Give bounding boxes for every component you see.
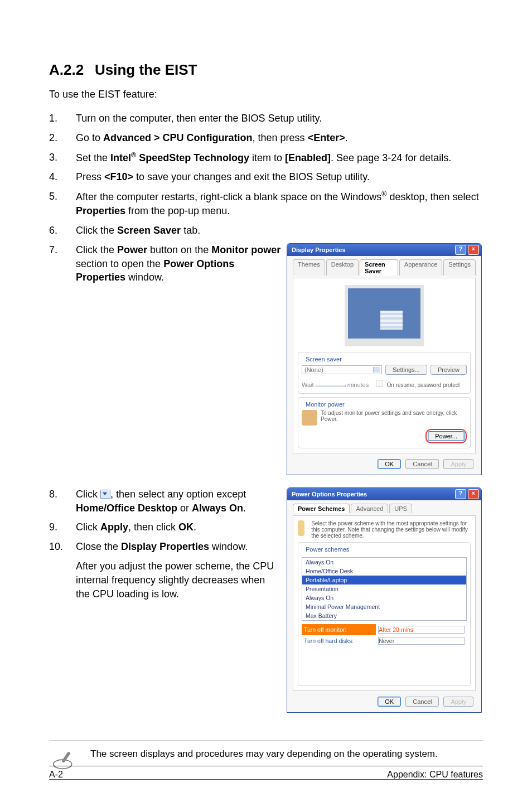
tab-ups[interactable]: UPS bbox=[389, 504, 412, 513]
close-button[interactable]: × bbox=[468, 489, 479, 499]
preview-button[interactable]: Preview bbox=[431, 365, 467, 375]
list-item[interactable]: Home/Office Desk bbox=[302, 567, 466, 576]
tab-settings[interactable]: Settings bbox=[443, 259, 476, 276]
tab-themes[interactable]: Themes bbox=[293, 259, 325, 276]
list-item[interactable]: Portable/Laptop bbox=[302, 576, 466, 584]
display-properties-dialog: Display Properties ? × Themes Desktop Sc… bbox=[287, 243, 482, 475]
group-monitor-power: Monitor power bbox=[304, 401, 346, 408]
step-1: 1. Turn on the computer, then enter the … bbox=[49, 112, 483, 125]
power-icon bbox=[302, 410, 317, 426]
row-monitor-label: Turn off monitor: bbox=[302, 624, 376, 635]
row-hd-label: Turn off hard disks: bbox=[302, 635, 376, 646]
intro-text: To use the EIST feature: bbox=[49, 89, 483, 100]
section-number: A.2.2 bbox=[49, 61, 95, 79]
section-title: Using the EIST bbox=[95, 61, 197, 78]
tab-screen-saver[interactable]: Screen Saver bbox=[360, 259, 398, 276]
list-item[interactable]: Max Battery bbox=[302, 611, 466, 620]
list-item[interactable]: Minimal Power Management bbox=[302, 602, 466, 611]
scheme-dropdown[interactable]: Always On Home/Office Desk Portable/Lapt… bbox=[302, 557, 467, 621]
step-3: 3. Set the Intel® SpeedStep Technology i… bbox=[49, 151, 483, 165]
list-item[interactable]: Always On bbox=[302, 593, 466, 602]
resume-checkbox[interactable] bbox=[376, 380, 383, 387]
cancel-button[interactable]: Cancel bbox=[405, 459, 439, 469]
page-footer: A-2 Appendix: CPU features bbox=[49, 766, 483, 780]
scheme-desc: Select the power scheme with the most ap… bbox=[311, 520, 471, 539]
group-power-schemes: Power schemes bbox=[304, 546, 351, 553]
list-item[interactable]: Presentation bbox=[302, 584, 466, 593]
apply-button[interactable]: Apply bbox=[443, 459, 473, 469]
group-screen-saver: Screen saver bbox=[304, 356, 344, 363]
wait-label: Wait bbox=[302, 381, 314, 388]
step-10: 10. Close the Display Properties window. bbox=[49, 540, 281, 554]
dialog-title: Power Options Properties bbox=[292, 491, 453, 497]
hd-value[interactable]: Never bbox=[378, 637, 465, 645]
step-2: 2. Go to Advanced > CPU Configuration, t… bbox=[49, 131, 483, 145]
chevron-down-icon bbox=[100, 490, 110, 499]
tab-desktop[interactable]: Desktop bbox=[326, 259, 359, 276]
after-text: After you adjust the power scheme, the C… bbox=[76, 559, 281, 601]
step-9: 9. Click Apply, then click OK. bbox=[49, 520, 281, 534]
scheme-icon bbox=[298, 520, 304, 536]
tab-power-schemes[interactable]: Power Schemes bbox=[293, 504, 350, 513]
step-4: 4. Press <F10> to save your changes and … bbox=[49, 170, 483, 184]
power-options-dialog: Power Options Properties ? × Power Schem… bbox=[287, 487, 482, 713]
step-6: 6. Click the Screen Saver tab. bbox=[49, 224, 483, 238]
close-button[interactable]: × bbox=[468, 245, 479, 255]
help-button[interactable]: ? bbox=[455, 245, 466, 255]
step-5: 5. After the computer restarts, right-cl… bbox=[49, 190, 483, 218]
note-text: The screen displays and procedures may v… bbox=[90, 748, 438, 761]
step-7: 7. Click the Power button on the Monitor… bbox=[49, 243, 281, 284]
list-item[interactable]: Always On bbox=[302, 558, 466, 567]
ok-button[interactable]: OK bbox=[378, 459, 401, 469]
preview-monitor-icon bbox=[345, 285, 424, 346]
tab-appearance[interactable]: Appearance bbox=[399, 259, 442, 276]
apply-button[interactable]: Apply bbox=[443, 697, 473, 707]
tab-advanced[interactable]: Advanced bbox=[351, 504, 388, 513]
dialog-title: Display Properties bbox=[292, 247, 453, 253]
footer-chapter: Appendix: CPU features bbox=[387, 770, 483, 780]
section-heading: A.2.2Using the EIST bbox=[49, 61, 483, 79]
cancel-button[interactable]: Cancel bbox=[405, 697, 439, 707]
wait-minutes[interactable] bbox=[316, 385, 346, 387]
monitor-value[interactable]: After 20 mins bbox=[378, 626, 465, 634]
monitor-power-text: To adjust monitor power settings and sav… bbox=[321, 410, 467, 422]
screensaver-select[interactable]: (None) bbox=[302, 365, 382, 374]
help-button[interactable]: ? bbox=[455, 489, 466, 499]
step-8: 8. Click , then select any option except… bbox=[49, 487, 281, 515]
ok-button[interactable]: OK bbox=[378, 697, 401, 707]
footer-page-number: A-2 bbox=[49, 770, 63, 780]
settings-button[interactable]: Settings... bbox=[385, 365, 427, 375]
power-button[interactable]: Power... bbox=[428, 431, 465, 441]
